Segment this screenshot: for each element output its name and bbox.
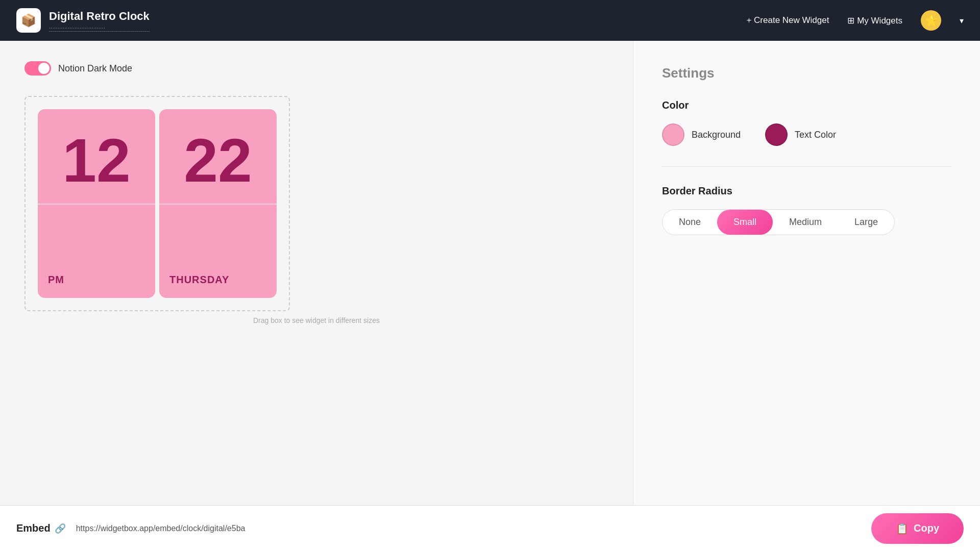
left-panel: Notion Dark Mode 12 PM 22 THURSDAY Drag …: [0, 41, 633, 551]
header: 📦 Digital Retro Clock ..................…: [0, 0, 980, 41]
app-logo: 📦: [16, 8, 41, 33]
border-radius-large[interactable]: Large: [838, 210, 894, 235]
widget-preview-container[interactable]: 12 PM 22 THURSDAY: [24, 96, 290, 311]
link-icon: 🔗: [55, 523, 66, 534]
text-color-item[interactable]: Text Color: [765, 123, 836, 146]
copy-button[interactable]: 📋 Copy: [871, 513, 964, 544]
notion-dark-mode-toggle[interactable]: [24, 61, 51, 76]
border-radius-title: Border Radius: [662, 185, 951, 197]
embed-bar: Embed 🔗 📋 Copy: [0, 505, 980, 551]
clock-hours-cell: 12 PM: [38, 109, 155, 298]
border-radius-medium[interactable]: Medium: [773, 210, 838, 235]
dropdown-arrow[interactable]: ▾: [960, 16, 964, 26]
clock-hours: 12: [38, 109, 155, 191]
copy-icon: 📋: [896, 522, 909, 535]
border-radius-small[interactable]: Small: [717, 210, 773, 235]
app-subtitle: .................................: [49, 23, 150, 32]
notion-dark-mode-label: Notion Dark Mode: [58, 63, 132, 74]
color-section-title: Color: [662, 99, 951, 111]
clock-widget: 12 PM 22 THURSDAY: [38, 109, 277, 298]
text-color-swatch[interactable]: [765, 123, 788, 146]
header-title-area: Digital Retro Clock ....................…: [49, 10, 150, 32]
background-color-label: Background: [692, 130, 741, 140]
settings-divider: [662, 166, 951, 167]
app-title: Digital Retro Clock: [49, 10, 150, 23]
my-widgets-button[interactable]: ⊞ My Widgets: [847, 15, 902, 26]
user-avatar[interactable]: ⭐: [921, 10, 941, 31]
border-radius-none[interactable]: None: [663, 210, 717, 235]
notion-dark-mode-row: Notion Dark Mode: [24, 61, 608, 76]
clock-minutes-cell: 22 THURSDAY: [159, 109, 277, 298]
border-radius-section: Border Radius None Small Medium Large: [662, 185, 951, 235]
embed-label: Embed 🔗: [16, 522, 66, 534]
background-color-item[interactable]: Background: [662, 123, 741, 146]
clock-minutes: 22: [159, 109, 277, 191]
header-actions: + Create New Widget ⊞ My Widgets ⭐ ▾: [746, 10, 964, 31]
color-row: Background Text Color: [662, 123, 951, 146]
embed-url-input[interactable]: [76, 524, 382, 533]
clock-divider-minutes: [159, 204, 277, 205]
clock-period: PM: [38, 274, 64, 298]
settings-title: Settings: [662, 65, 951, 81]
main-layout: Notion Dark Mode 12 PM 22 THURSDAY Drag …: [0, 41, 980, 551]
border-radius-options: None Small Medium Large: [662, 209, 895, 235]
right-panel: Settings Color Background Text Color Bor…: [633, 41, 980, 551]
clock-divider-hours: [38, 204, 155, 205]
toggle-knob: [38, 63, 50, 74]
drag-hint: Drag box to see widget in different size…: [24, 316, 608, 324]
create-new-widget-button[interactable]: + Create New Widget: [746, 15, 829, 26]
text-color-label: Text Color: [795, 130, 836, 140]
clock-day: THURSDAY: [159, 274, 229, 298]
background-color-swatch[interactable]: [662, 123, 684, 146]
